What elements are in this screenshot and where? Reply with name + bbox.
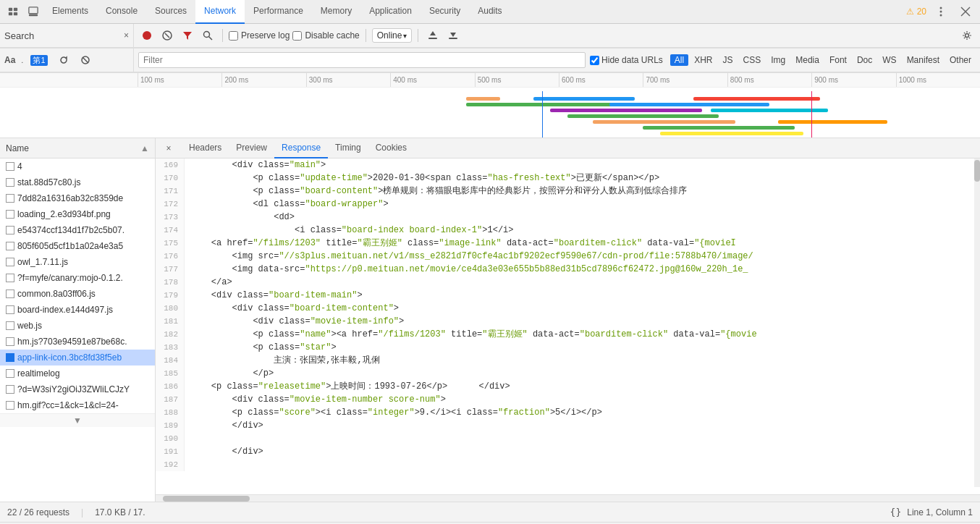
refresh-button[interactable] bbox=[55, 51, 72, 69]
file-item-805[interactable]: 805f605d5cf1b1a02a4e3a5 bbox=[0, 238, 155, 254]
svg-rect-5 bbox=[29, 14, 38, 17]
code-line-190: 190 bbox=[156, 432, 980, 445]
file-item-common[interactable]: common.8a03ff06.js bbox=[0, 286, 155, 302]
tab-application[interactable]: Application bbox=[360, 0, 421, 24]
preserve-log-checkbox[interactable] bbox=[229, 31, 238, 41]
file-checkbox-board[interactable] bbox=[6, 305, 14, 314]
type-btn-css[interactable]: CSS bbox=[739, 54, 766, 66]
file-item-W3si[interactable]: ?d=W3siY2giOiJ3ZWliLCJzY bbox=[0, 381, 155, 397]
tick-400: 400 ms bbox=[390, 73, 474, 87]
disable-cache-label[interactable]: Disable cache bbox=[292, 30, 359, 41]
tab-network[interactable]: Network bbox=[195, 0, 245, 24]
tab-elements[interactable]: Elements bbox=[43, 0, 97, 24]
svg-point-8 bbox=[940, 14, 942, 17]
record-button[interactable] bbox=[138, 27, 156, 44]
file-checkbox-W3si[interactable] bbox=[6, 385, 14, 394]
tab-response[interactable]: Response bbox=[274, 138, 328, 159]
file-item-hm703[interactable]: hm.js?703e94591e87be68c. bbox=[0, 334, 155, 350]
tick-900: 900 ms bbox=[811, 73, 895, 87]
font-dot-label[interactable]: . bbox=[21, 56, 23, 64]
more-options-icon[interactable] bbox=[931, 0, 951, 24]
type-btn-doc[interactable]: Doc bbox=[853, 54, 876, 66]
type-btn-img[interactable]: Img bbox=[766, 54, 790, 66]
tab-console[interactable]: Console bbox=[97, 0, 146, 24]
search-close-button[interactable]: × bbox=[124, 30, 129, 41]
file-item-web[interactable]: web.js bbox=[0, 318, 155, 334]
type-btn-media[interactable]: Media bbox=[791, 54, 824, 66]
file-checkbox-myfe[interactable] bbox=[6, 274, 14, 282]
tab-sources[interactable]: Sources bbox=[146, 0, 195, 24]
file-item-loading[interactable]: loading_2.e3d934bf.png bbox=[0, 206, 155, 222]
detail-close-button[interactable]: × bbox=[161, 141, 176, 156]
preserve-log-label[interactable]: Preserve log bbox=[229, 30, 290, 41]
type-btn-xhr[interactable]: XHR bbox=[690, 54, 717, 66]
tab-cookies[interactable]: Cookies bbox=[368, 138, 414, 159]
h-scrollbar[interactable] bbox=[156, 494, 980, 502]
file-checkbox-7dd[interactable] bbox=[6, 194, 14, 203]
network-settings-button[interactable] bbox=[958, 27, 976, 44]
filter-input[interactable] bbox=[138, 52, 586, 68]
devtools-icon[interactable] bbox=[3, 0, 23, 24]
file-item-7dd[interactable]: 7dd82a16316ab32c8359de bbox=[0, 190, 155, 206]
v-scrollbar-track[interactable] bbox=[974, 159, 980, 487]
hide-data-urls-checkbox[interactable] bbox=[590, 56, 599, 65]
close-devtools-icon[interactable] bbox=[955, 0, 976, 24]
file-item-owl[interactable]: owl_1.7.11.js bbox=[0, 254, 155, 270]
tab-headers[interactable]: Headers bbox=[182, 138, 229, 159]
clear-button[interactable] bbox=[159, 27, 176, 44]
filter-options-panel: Hide data URLs All XHR JS CSS Img Media … bbox=[134, 48, 980, 72]
type-btn-all[interactable]: All bbox=[670, 54, 688, 66]
code-view[interactable]: 169 <div class="main"> 170 <p class="upd… bbox=[156, 159, 980, 494]
file-checkbox-hmgif[interactable] bbox=[6, 401, 14, 410]
file-checkbox-common[interactable] bbox=[6, 290, 14, 298]
file-item-4[interactable]: 4 bbox=[0, 159, 155, 174]
download-button[interactable] bbox=[444, 27, 462, 44]
upload-button[interactable] bbox=[424, 27, 442, 44]
file-item-board[interactable]: board-index.e144d497.js bbox=[0, 302, 155, 318]
disable-cache-checkbox[interactable] bbox=[292, 31, 302, 41]
tab-timing[interactable]: Timing bbox=[328, 138, 368, 159]
file-item-myfe[interactable]: ?f=myfe/canary:mojo-0.1.2. bbox=[0, 270, 155, 286]
format-icon[interactable]: {} bbox=[890, 507, 902, 517]
file-checkbox-web[interactable] bbox=[6, 321, 14, 330]
filter-button[interactable] bbox=[179, 27, 196, 44]
dock-icon[interactable] bbox=[23, 0, 43, 24]
search-button[interactable] bbox=[199, 27, 216, 44]
file-item-stat[interactable]: stat.88d57c80.js bbox=[0, 174, 155, 190]
file-checkbox-e54[interactable] bbox=[6, 226, 14, 234]
split-pane: Name ▲ 4 stat.88d57c80.js 7dd82a16316ab3… bbox=[0, 138, 980, 502]
throttle-select[interactable]: Online ▾ bbox=[372, 28, 413, 43]
scroll-down-icon[interactable]: ▼ bbox=[0, 413, 155, 427]
file-checkbox-hm703[interactable] bbox=[6, 337, 14, 346]
type-btn-js[interactable]: JS bbox=[719, 54, 738, 66]
tab-memory[interactable]: Memory bbox=[312, 0, 360, 24]
file-checkbox-applink[interactable] bbox=[6, 353, 14, 362]
v-scrollbar-thumb[interactable] bbox=[974, 160, 980, 182]
file-list-scroll[interactable]: 4 stat.88d57c80.js 7dd82a16316ab32c8359d… bbox=[0, 159, 155, 502]
code-line-177: 177 <img data-src="https://p0.meituan.ne… bbox=[156, 263, 980, 276]
file-checkbox-realtime[interactable] bbox=[6, 369, 14, 378]
file-checkbox-stat[interactable] bbox=[6, 178, 14, 187]
file-item-e54[interactable]: e54374ccf134d1f7b2c5b07. bbox=[0, 222, 155, 238]
file-checkbox-805[interactable] bbox=[6, 242, 14, 250]
h-scrollbar-thumb[interactable] bbox=[163, 496, 250, 502]
file-item-applink[interactable]: app-link-icon.3bc8fd38f5eb bbox=[0, 350, 155, 365]
hide-data-urls-label[interactable]: Hide data URLs bbox=[590, 55, 663, 65]
tab-security[interactable]: Security bbox=[421, 0, 469, 24]
file-item-realtime[interactable]: realtimelog bbox=[0, 365, 155, 381]
tab-preview[interactable]: Preview bbox=[229, 138, 274, 159]
file-checkbox-owl[interactable] bbox=[6, 258, 14, 266]
type-btn-manifest[interactable]: Manifest bbox=[903, 54, 944, 66]
tick-300: 300 ms bbox=[306, 73, 390, 87]
scroll-up-icon[interactable]: ▲ bbox=[140, 143, 149, 153]
type-btn-other[interactable]: Other bbox=[945, 54, 976, 66]
block-button[interactable] bbox=[77, 51, 94, 69]
tab-audits[interactable]: Audits bbox=[469, 0, 510, 24]
file-checkbox-4[interactable] bbox=[6, 162, 14, 171]
font-size-label[interactable]: 第1 bbox=[30, 55, 47, 66]
file-item-hmgif[interactable]: hm.gif?cc=1&ck=1&cl=24- bbox=[0, 397, 155, 413]
file-checkbox-loading[interactable] bbox=[6, 210, 14, 219]
type-btn-font[interactable]: Font bbox=[825, 54, 851, 66]
type-btn-ws[interactable]: WS bbox=[878, 54, 900, 66]
tab-performance[interactable]: Performance bbox=[245, 0, 312, 24]
